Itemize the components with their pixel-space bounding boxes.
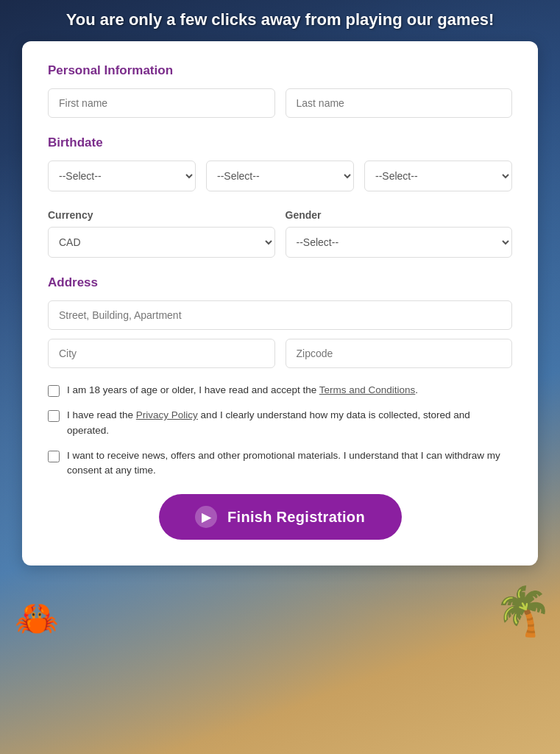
currency-select[interactable]: CAD USD EUR GBP bbox=[48, 227, 275, 258]
checkbox-privacy-group: I have read the Privacy Policy and I cle… bbox=[48, 408, 512, 438]
palm-decoration: 🌴 bbox=[479, 580, 553, 639]
age-checkbox[interactable] bbox=[48, 385, 60, 397]
bottom-decoration: 🦀 🌴 bbox=[0, 580, 560, 639]
finish-registration-button[interactable]: ▶ Finish Registration bbox=[159, 494, 402, 540]
birthdate-section-title: Birthdate bbox=[48, 135, 512, 150]
currency-group: Currency CAD USD EUR GBP bbox=[48, 209, 275, 258]
last-name-input[interactable] bbox=[286, 88, 513, 118]
finish-button-label: Finish Registration bbox=[227, 509, 365, 526]
age-checkbox-label: I am 18 years of age or older, I have re… bbox=[67, 383, 418, 398]
privacy-link[interactable]: Privacy Policy bbox=[136, 409, 198, 420]
gender-group: Gender --Select-- Male Female Other bbox=[286, 209, 513, 258]
promo-checkbox[interactable] bbox=[48, 451, 60, 462]
privacy-checkbox-label: I have read the Privacy Policy and I cle… bbox=[67, 408, 512, 438]
birthdate-year-select[interactable]: --Select-- bbox=[364, 161, 512, 191]
city-input[interactable] bbox=[48, 339, 275, 368]
currency-gender-row: Currency CAD USD EUR GBP Gender --Select… bbox=[48, 209, 512, 258]
crab-decoration: 🦀 bbox=[7, 595, 66, 639]
city-zip-row bbox=[48, 339, 512, 368]
gender-select[interactable]: --Select-- Male Female Other bbox=[286, 227, 513, 258]
first-name-input[interactable] bbox=[48, 88, 275, 118]
birthdate-month-select[interactable]: --Select-- bbox=[206, 161, 354, 191]
address-section-title: Address bbox=[48, 275, 512, 290]
personal-info-section-title: Personal Information bbox=[48, 63, 512, 78]
zipcode-input[interactable] bbox=[286, 339, 513, 368]
terms-link[interactable]: Terms and Conditions bbox=[319, 384, 416, 395]
promo-checkbox-label: I want to receive news, offers and other… bbox=[67, 448, 512, 479]
privacy-checkbox[interactable] bbox=[48, 410, 60, 422]
registration-form: Personal Information Birthdate --Select-… bbox=[22, 41, 538, 566]
checkbox-age-group: I am 18 years of age or older, I have re… bbox=[48, 383, 512, 398]
street-input[interactable] bbox=[48, 300, 512, 330]
page-header: You are only a few clicks away from play… bbox=[0, 0, 560, 41]
birthdate-day-select[interactable]: --Select-- bbox=[48, 161, 196, 191]
btn-arrow-icon: ▶ bbox=[195, 506, 217, 528]
address-section: Address bbox=[48, 275, 512, 368]
name-row bbox=[48, 88, 512, 118]
checkbox-promo-group: I want to receive news, offers and other… bbox=[48, 448, 512, 479]
currency-label: Currency bbox=[48, 209, 275, 221]
gender-label: Gender bbox=[286, 209, 513, 221]
birthdate-row: --Select-- --Select-- --Select-- bbox=[48, 161, 512, 191]
